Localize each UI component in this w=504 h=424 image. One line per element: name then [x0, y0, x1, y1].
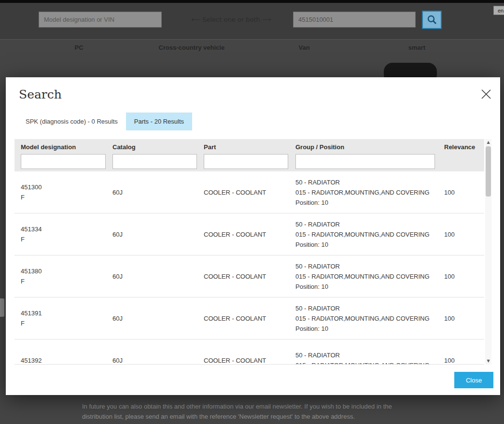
results-table-header: Model designation Catalog Part Group / P…: [14, 139, 484, 171]
table-row[interactable]: 451391F 60J COOLER - COOLANT 50 - RADIAT…: [14, 297, 484, 339]
filter-catalog-input[interactable]: [112, 154, 197, 169]
scroll-up-icon[interactable]: ▲: [485, 139, 491, 146]
column-catalog: Catalog: [112, 143, 204, 171]
magnifier-icon: [426, 14, 438, 26]
model-vin-input[interactable]: [39, 12, 162, 28]
filter-model-input[interactable]: [21, 154, 106, 169]
category-tab-cross-country[interactable]: Cross-country vehicle: [135, 44, 248, 51]
cell-group-position: 50 - RADIATOR015 - RADIATOR,MOUNTING,AND…: [295, 219, 444, 250]
tab-spk-results[interactable]: SPK (diagnosis code) - 0 Results: [17, 113, 126, 130]
table-row[interactable]: 451380F 60J COOLER - COOLANT 50 - RADIAT…: [14, 255, 484, 297]
cell-group-position: 50 - RADIATOR015 - RADIATOR,MOUNTING,AND…: [295, 350, 444, 365]
cell-catalog: 60J: [112, 315, 204, 322]
category-tab-van[interactable]: Van: [248, 44, 361, 51]
table-row[interactable]: 451392 60J COOLER - COOLANT 50 - RADIATO…: [14, 339, 484, 365]
language-selector[interactable]: en: [493, 6, 504, 15]
cell-relevance: 100: [444, 273, 484, 280]
newsletter-note: In future you can also obtain this and o…: [82, 401, 420, 422]
cell-relevance: 100: [444, 189, 484, 196]
search-modal: Search SPK (diagnosis code) - 0 Results …: [6, 77, 500, 395]
cell-group-position: 50 - RADIATOR015 - RADIATOR,MOUNTING,AND…: [295, 177, 444, 208]
close-button[interactable]: Close: [454, 372, 493, 388]
cell-model-designation: 451300F: [21, 182, 112, 202]
column-model-designation: Model designation: [21, 143, 112, 171]
column-part: Part: [204, 143, 295, 171]
cell-part: COOLER - COOLANT: [204, 357, 295, 364]
cell-part: COOLER - COOLANT: [204, 189, 295, 196]
newsletter-note-line2: distribution list, please send an email …: [82, 411, 420, 422]
column-group-position: Group / Position: [295, 143, 444, 171]
cell-model-designation: 451391F: [21, 308, 112, 328]
cell-relevance: 100: [444, 357, 484, 364]
cell-part: COOLER - COOLANT: [204, 231, 295, 238]
column-relevance: Relevance: [444, 143, 484, 171]
select-one-or-both-label: ⟵ Select one or both ⟶: [180, 16, 282, 23]
cell-catalog: 60J: [112, 189, 204, 196]
cell-catalog: 60J: [112, 231, 204, 238]
table-row[interactable]: 451300F 60J COOLER - COOLANT 50 - RADIAT…: [14, 171, 484, 213]
modal-title: Search: [19, 87, 62, 101]
scroll-down-icon[interactable]: ▼: [485, 358, 491, 365]
table-row[interactable]: 451334F 60J COOLER - COOLANT 50 - RADIAT…: [14, 213, 484, 255]
tab-parts-results[interactable]: Parts - 20 Results: [126, 113, 192, 130]
cell-model-designation: 451392: [21, 355, 112, 365]
table-scrollbar[interactable]: ▲ ▼: [485, 139, 491, 365]
cell-relevance: 100: [444, 231, 484, 238]
cell-model-designation: 451380F: [21, 266, 112, 286]
close-icon[interactable]: [480, 88, 492, 100]
cell-group-position: 50 - RADIATOR015 - RADIATOR,MOUNTING,AND…: [295, 303, 444, 334]
cell-catalog: 60J: [112, 357, 204, 364]
cell-catalog: 60J: [112, 273, 204, 280]
cell-group-position: 50 - RADIATOR015 - RADIATOR,MOUNTING,AND…: [295, 261, 444, 292]
category-tab-smart[interactable]: smart: [361, 44, 473, 51]
side-panel-handle[interactable]: [0, 298, 4, 317]
results-table: Model designation Catalog Part Group / P…: [14, 139, 484, 365]
results-tabs: SPK (diagnosis code) - 0 Results Parts -…: [17, 113, 192, 130]
results-table-body: 451300F 60J COOLER - COOLANT 50 - RADIAT…: [14, 171, 484, 365]
cell-model-designation: 451334F: [21, 224, 112, 244]
category-tab-pc[interactable]: PC: [23, 44, 135, 51]
part-number-input[interactable]: [293, 12, 416, 28]
filter-part-input[interactable]: [204, 154, 288, 169]
cell-relevance: 100: [444, 315, 484, 322]
vehicle-category-nav: PC Cross-country vehicle Van smart: [23, 44, 473, 51]
newsletter-note-line1: In future you can also obtain this and o…: [82, 401, 420, 411]
scrollbar-thumb[interactable]: [486, 146, 491, 197]
search-button[interactable]: [422, 11, 442, 29]
filter-group-input[interactable]: [295, 154, 435, 169]
cell-part: COOLER - COOLANT: [204, 315, 295, 322]
cell-part: COOLER - COOLANT: [204, 273, 295, 280]
